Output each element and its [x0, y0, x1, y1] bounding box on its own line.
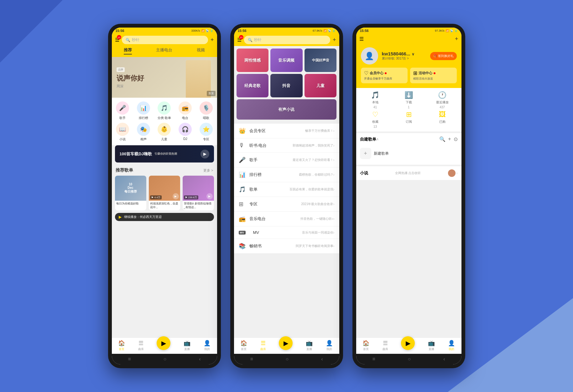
player-center-2[interactable]: ▶	[279, 336, 293, 350]
icon-category[interactable]: 🎵 分类·歌单	[155, 101, 174, 120]
dj-play-button[interactable]: ▶	[201, 150, 209, 158]
dj-banner[interactable]: 100首车载DJ嗨歌 引爆你的听觉热潮 ▶	[115, 145, 214, 162]
player-center-3[interactable]: ▶	[401, 336, 415, 350]
stat-subscribe[interactable]: ⊞ 订阅	[393, 111, 425, 128]
playlist-name-2: 何须浅碧深红色，自是花中...	[149, 201, 180, 210]
icon-label-chart: 排行榜	[139, 116, 148, 120]
cat-label-douyin: 抖音	[282, 83, 290, 89]
cat-label-voice-china: 中国好声音	[312, 58, 329, 63]
icon-dj[interactable]: 🎧 DJ	[176, 123, 195, 142]
bottom-nav-player-1[interactable]: ▶	[157, 341, 170, 350]
nav-back-1[interactable]: ‹	[199, 356, 201, 362]
icon-children[interactable]: 👶 儿童	[155, 123, 174, 142]
avatar[interactable]: 👤	[361, 47, 378, 64]
stat-purchased[interactable]: 🖼 已购	[426, 111, 458, 128]
add-button-2[interactable]: +	[333, 37, 336, 43]
playlist-item-2[interactable]: ▶ 4.4万 ▶ 何须浅碧深红色，自是花中...	[149, 176, 180, 210]
search-bar-2[interactable]: 🔍 秒针	[244, 36, 330, 44]
menu-mv[interactable]: MV MV 音乐与画面一同感染你 ›	[234, 226, 339, 239]
add-playlist-icon[interactable]: +	[448, 136, 451, 142]
add-button-1[interactable]: +	[211, 37, 214, 43]
category-romance[interactable]: 两性情感	[237, 49, 269, 72]
menu-playlist[interactable]: 🎵 歌单 百因必有果，你爱的歌单就是我 ›	[234, 182, 339, 197]
continue-bar-1[interactable]: ▶ 继续播放：何必西天万里迢	[115, 213, 214, 221]
tab-video[interactable]: 视频	[197, 47, 205, 54]
nav-home-btn-2[interactable]: ○	[286, 356, 289, 362]
bottom-nav-home-2[interactable]: 🏠 首页	[240, 340, 247, 351]
bottom-nav-player-2[interactable]: ▶	[279, 341, 293, 350]
playlist-item-3[interactable]: ▶ 239.8万 ▶ 苦情歌II 多情胜似海情_有情还...	[183, 176, 214, 210]
nav-home-btn-1[interactable]: ○	[164, 356, 167, 362]
menu-radio[interactable]: 📻 音乐电台 抖音热歌，一键随心听♪ ›	[234, 212, 339, 226]
profile-subtitle[interactable]: 累计听歌: 3017百 >	[382, 56, 426, 61]
category-douyin[interactable]: 抖音	[270, 74, 303, 97]
category-music-freq[interactable]: 音乐调频	[270, 49, 303, 72]
menu-bestseller[interactable]: 📚 畅销书 阿罗天下奇书畅听奇闻异事 ›	[234, 239, 339, 254]
menu-zone[interactable]: ⊞ 专区 2021年最火歌曲全收录 ›	[234, 197, 339, 212]
playlist-play-2[interactable]: ▶	[173, 193, 179, 199]
tab-radio[interactable]: 主播电台	[156, 47, 172, 54]
feature-vip[interactable]: ♡ 会员中心 开通会员畅享千万曲库	[361, 68, 408, 83]
category-voice-china[interactable]: 中国好声音	[305, 49, 337, 72]
novel-header: 小说 全网热播 点击收听 ›	[360, 169, 458, 177]
checkin-button[interactable]: 🎁 签到换好礼	[430, 52, 457, 60]
menu-button-3[interactable]: ☰	[359, 36, 364, 42]
icon-chart[interactable]: 📊 排行榜	[134, 101, 153, 120]
bottom-nav-mine-2[interactable]: 👤 我的	[326, 340, 333, 351]
bottom-nav-library-2[interactable]: ☰ 曲库	[260, 340, 266, 351]
stat-recent[interactable]: 🕐 最近播放 437	[426, 91, 458, 109]
bottom-nav-library-3[interactable]: ☰ 曲库	[383, 340, 388, 351]
feature-activity[interactable]: ⊞ 活动中心 精彩活动大放送	[410, 68, 457, 83]
status-icons-1: 330K/s 📶 📡 🔋	[191, 29, 213, 32]
menu-artist[interactable]: 🎤 歌手 最近谁又火了？赶快听听看！ ›	[234, 153, 339, 168]
bottom-nav-player-3[interactable]: ▶	[401, 341, 415, 350]
playlist-item-1[interactable]: 10Dec每日推荐 每日为你精选好歌	[115, 176, 146, 210]
bottom-nav-mine-3[interactable]: 👤 我的	[448, 340, 455, 351]
novel-arrow[interactable]: ›	[456, 171, 458, 175]
add-button-3[interactable]: +	[455, 36, 458, 42]
bottom-nav-home-1[interactable]: 🏠 首页	[118, 340, 125, 351]
new-playlist-button[interactable]: + 新建歌单	[360, 145, 458, 162]
icon-fm[interactable]: 📻 电台	[176, 101, 195, 120]
nav-menu-2[interactable]: ≡	[250, 356, 253, 362]
bottom-nav-library-1[interactable]: ☰ 曲库	[138, 340, 144, 351]
more-playlist-icon[interactable]: ⊙	[454, 136, 458, 142]
nav-menu-3[interactable]: ≡	[372, 356, 375, 362]
banner-1[interactable]: 品牌 说声你好 周深 首发	[112, 57, 217, 98]
nav-menu-1[interactable]: ≡	[128, 356, 131, 362]
tab-recommend[interactable]: 推荐	[124, 47, 132, 54]
icon-comedy[interactable]: 🎭 相声	[134, 123, 153, 142]
section-more-1[interactable]: 更多 >	[203, 168, 213, 173]
icon-sing[interactable]: 🎙️ 唱歌	[197, 101, 216, 120]
self-playlist-header: 自建歌单 ∧ 🔍 + ⊙	[360, 136, 458, 142]
search-bar-1[interactable]: 🔍 秒针	[122, 36, 208, 44]
nav-back-3[interactable]: ‹	[443, 356, 445, 362]
player-center-1[interactable]: ▶	[157, 336, 170, 350]
stat-local[interactable]: 🎵 本地 41	[359, 91, 391, 109]
menu-audiobook[interactable]: 🎙 听书·电台 郭德纲超清相声，我快笑死了 ›	[234, 138, 339, 153]
playlist-play-3[interactable]: ▶	[206, 193, 213, 199]
bottom-nav-home-3[interactable]: 🏠 首页	[362, 340, 369, 351]
bottom-nav-live-2[interactable]: 📺 直播	[306, 340, 313, 351]
category-kids[interactable]: 儿童	[305, 74, 337, 97]
menu-charts[interactable]: 📊 排行榜 霸榜热歌，你都听过吗？ ›	[234, 168, 339, 182]
icon-zone[interactable]: ⭐ 专区	[197, 123, 216, 142]
bottom-nav-live-3[interactable]: 📺 直播	[428, 340, 435, 351]
menu-audiobook-arrow: ›	[333, 143, 335, 148]
icon-novel[interactable]: 📖 小说	[113, 123, 132, 142]
nav-back-2[interactable]: ‹	[321, 356, 323, 362]
bottom-nav-mine-1[interactable]: 👤 我的	[204, 340, 211, 351]
icon-singer[interactable]: 🎤 歌手	[113, 101, 132, 120]
self-playlist-actions: 🔍 + ⊙	[439, 136, 457, 142]
search-playlist-icon[interactable]: 🔍	[439, 136, 445, 142]
novel-link[interactable]: 全网热播 点击收听	[395, 171, 421, 175]
battery-icon-2: 🔋	[332, 29, 336, 32]
category-audio-novel[interactable]: 有声小说	[237, 99, 337, 120]
bottom-nav-live-1[interactable]: 📺 直播	[184, 340, 190, 351]
category-oldies[interactable]: 经典老歌	[237, 74, 269, 97]
nav-home-btn-3[interactable]: ○	[408, 356, 411, 362]
stat-download[interactable]: ⬇️ 下载 1	[393, 91, 425, 109]
menu-bestseller-text: 畅销书	[249, 243, 296, 249]
stat-favorite[interactable]: ♡ 收藏 13	[359, 111, 391, 128]
menu-vip[interactable]: 👑 会员专区 畅享千万付费曲库！ ›	[234, 124, 339, 138]
